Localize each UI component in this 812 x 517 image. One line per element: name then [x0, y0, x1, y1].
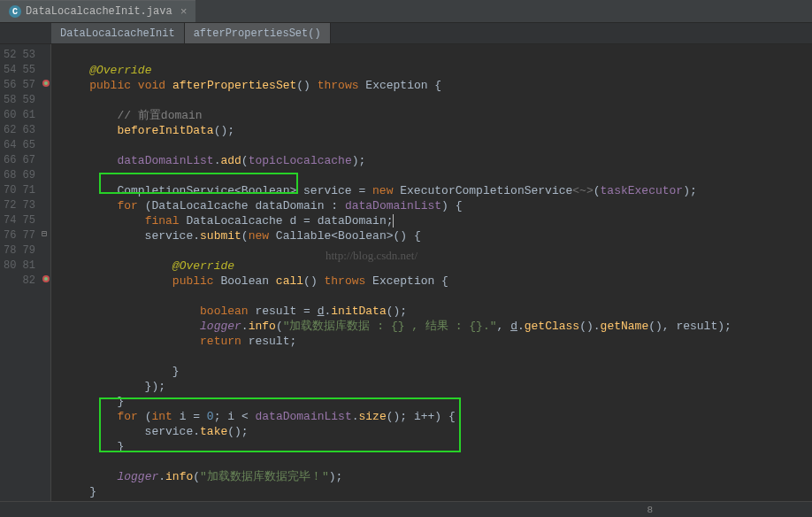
file-tab-bar: C DataLocalcacheInit.java × — [0, 0, 812, 23]
breadcrumb: DataLocalcacheInit afterPropertiesSet() — [0, 23, 812, 44]
highlight-box — [99, 173, 298, 194]
fold-icon[interactable]: ⊟ — [42, 228, 50, 237]
watermark: http://blog.csdn.net/ — [326, 248, 417, 263]
line-number-gutter: 52 53 54 55 56 57 58 59 60 61 62 63 64 6… — [0, 44, 41, 517]
java-class-icon: C — [9, 5, 21, 18]
breadcrumb-method[interactable]: afterPropertiesSet() — [185, 23, 331, 43]
svg-point-3 — [44, 277, 48, 281]
override-marker-icon[interactable] — [42, 274, 50, 282]
override-marker-icon[interactable] — [42, 78, 50, 87]
status-bar: 8 — [0, 501, 812, 517]
marker-gutter: ⊟ — [41, 44, 51, 517]
highlight-box — [99, 397, 461, 452]
close-icon[interactable]: × — [180, 5, 188, 19]
status-indicator: 8 — [647, 505, 653, 515]
file-tab-label: DataLocalcacheInit.java — [26, 5, 172, 18]
file-tab[interactable]: C DataLocalcacheInit.java × — [0, 0, 195, 22]
code-editor[interactable]: 52 53 54 55 56 57 58 59 60 61 62 63 64 6… — [0, 44, 812, 517]
svg-point-1 — [44, 81, 48, 85]
breadcrumb-class[interactable]: DataLocalcacheInit — [51, 23, 185, 43]
code-area[interactable]: @Override public void afterPropertiesSet… — [51, 44, 812, 517]
